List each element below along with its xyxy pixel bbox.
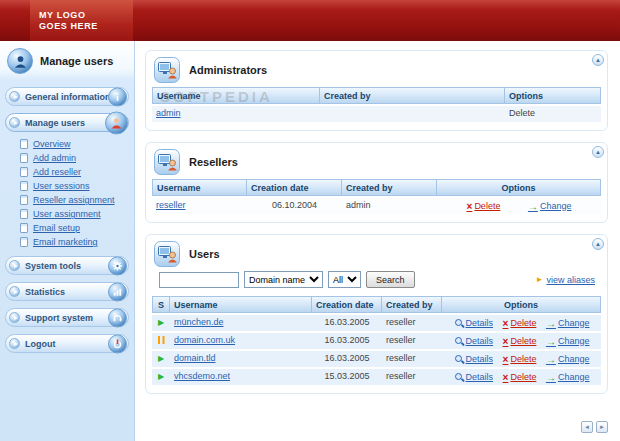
delete-link[interactable]: ×Delete [503, 334, 537, 349]
subitem-link[interactable]: User sessions [33, 181, 90, 191]
column-header-created-by: Created by [382, 296, 442, 313]
details-magnifier-icon [454, 372, 464, 382]
user-domain-link[interactable]: münchen.de [174, 317, 224, 327]
column-header-options: Options [442, 296, 601, 313]
status-suspended-icon [158, 336, 161, 344]
manage-users-submenu: Overview Add admin Add reseller User ses… [20, 137, 134, 249]
table-row: admin Delete [152, 106, 601, 122]
collapse-administrators-button[interactable]: ▲ [592, 54, 604, 66]
subitem-link[interactable]: Add reseller [33, 167, 81, 177]
collapse-users-button[interactable]: ▲ [592, 238, 604, 250]
view-aliases-link[interactable]: view aliases [546, 275, 595, 285]
sidebar-item-general-information[interactable]: General information [5, 87, 129, 106]
table-row: domain.com.uk 16.03.2005 reseller Detail… [152, 333, 601, 349]
previous-page-button[interactable]: ◄ [581, 421, 593, 433]
search-field-select[interactable]: Domain name [244, 271, 323, 288]
sidebar-subitem-user-sessions[interactable]: User sessions [20, 179, 134, 193]
sidebar-item-support-system[interactable]: Support system [5, 308, 129, 327]
delete-link[interactable]: ×Delete [467, 199, 501, 214]
delete-link[interactable]: ×Delete [503, 352, 537, 367]
users-panel-icon [154, 241, 180, 267]
subitem-link[interactable]: Email marketing [33, 237, 98, 247]
change-link[interactable]: →Change [546, 370, 590, 385]
document-icon [20, 223, 28, 233]
creation-date-cell: 06.10.2004 [247, 198, 342, 214]
user-domain-link[interactable]: vhcsdemo.net [174, 371, 230, 381]
delete-label: Delete [510, 352, 536, 367]
subitem-link[interactable]: Reseller assignment [33, 195, 115, 205]
table-header-row: Username Creation date Created by Option… [152, 179, 601, 196]
sidebar-subitem-reseller-assignment[interactable]: Reseller assignment [20, 193, 134, 207]
delete-x-icon: × [503, 316, 509, 331]
change-link[interactable]: →Change [528, 199, 572, 214]
created-by-cell: reseller [382, 369, 442, 385]
change-label: Change [558, 334, 590, 349]
arrow-bullet-icon [9, 117, 20, 128]
sidebar-subitem-email-setup[interactable]: Email setup [20, 221, 134, 235]
info-icon [108, 87, 127, 106]
delete-x-icon: × [503, 352, 509, 367]
column-header-username: Username [152, 179, 247, 196]
subitem-link[interactable]: Email setup [33, 223, 80, 233]
user-domain-link[interactable]: domain.tld [174, 353, 216, 363]
table-row: ▶ vhcsdemo.net 15.03.2005 reseller Detai… [152, 369, 601, 385]
details-link[interactable]: Details [454, 334, 494, 349]
document-icon [20, 153, 28, 163]
users-icon [105, 111, 128, 134]
reseller-username-link[interactable]: reseller [156, 200, 186, 210]
details-link[interactable]: Details [454, 370, 494, 385]
admin-username-link[interactable]: admin [156, 108, 181, 118]
details-label: Details [466, 352, 494, 367]
details-link[interactable]: Details [454, 316, 494, 331]
details-magnifier-icon [454, 318, 464, 328]
creation-date-cell: 15.03.2005 [312, 369, 382, 385]
sidebar-item-label: Manage users [25, 118, 85, 128]
status-active-icon: ▶ [158, 354, 164, 363]
headset-icon [108, 308, 127, 327]
control-panel-window: MY LOGO GOES HERE Manage users General i… [0, 0, 620, 441]
search-filter-select[interactable]: All [328, 271, 361, 288]
user-domain-link[interactable]: domain.com.uk [174, 335, 235, 345]
creation-date-cell: 16.03.2005 [312, 351, 382, 367]
details-link[interactable]: Details [454, 352, 494, 367]
arrow-bullet-icon [9, 91, 20, 102]
search-input[interactable] [159, 272, 239, 288]
details-magnifier-icon [454, 354, 464, 364]
resellers-panel: ▲ Resellers Username Creation date Creat… [145, 142, 608, 223]
sidebar-subitem-overview[interactable]: Overview [20, 137, 134, 151]
change-link[interactable]: →Change [546, 316, 590, 331]
users-panel: ▲ Users Domain name All Search ► view al… [145, 234, 608, 394]
column-header-created-by: Created by [342, 179, 437, 196]
search-button[interactable]: Search [366, 271, 415, 288]
delete-label: Delete [510, 334, 536, 349]
sidebar-item-system-tools[interactable]: System tools [5, 256, 129, 275]
users-search-bar: Domain name All Search ► view aliases [152, 270, 601, 295]
sidebar-subitem-add-reseller[interactable]: Add reseller [20, 165, 134, 179]
change-link[interactable]: →Change [546, 334, 590, 349]
status-active-icon: ▶ [158, 372, 164, 381]
change-arrow-icon: → [546, 334, 556, 349]
table-row: ▶ münchen.de 16.03.2005 reseller Details… [152, 315, 601, 331]
subitem-link[interactable]: User assignment [33, 209, 101, 219]
delete-link[interactable]: ×Delete [503, 370, 537, 385]
document-icon [20, 181, 28, 191]
logo: MY LOGO GOES HERE [30, 0, 133, 41]
change-label: Change [540, 199, 572, 214]
sidebar-item-statistics[interactable]: Statistics [5, 282, 129, 301]
subitem-link[interactable]: Add admin [33, 153, 76, 163]
details-label: Details [466, 370, 494, 385]
sidebar-subitem-add-admin[interactable]: Add admin [20, 151, 134, 165]
change-arrow-icon: → [546, 370, 556, 385]
change-link[interactable]: →Change [546, 352, 590, 367]
sidebar-subitem-user-assignment[interactable]: User assignment [20, 207, 134, 221]
sidebar-subitem-email-marketing[interactable]: Email marketing [20, 235, 134, 249]
subitem-link[interactable]: Overview [33, 139, 71, 149]
sidebar-item-manage-users[interactable]: Manage users [5, 113, 129, 132]
sidebar-item-logout[interactable]: Logout [5, 334, 129, 353]
change-arrow-icon: → [546, 352, 556, 367]
next-page-button[interactable]: ► [596, 421, 608, 433]
delete-link[interactable]: ×Delete [503, 316, 537, 331]
collapse-resellers-button[interactable]: ▲ [592, 146, 604, 158]
table-header-row: S Username Creation date Created by Opti… [152, 296, 601, 313]
details-label: Details [466, 316, 494, 331]
